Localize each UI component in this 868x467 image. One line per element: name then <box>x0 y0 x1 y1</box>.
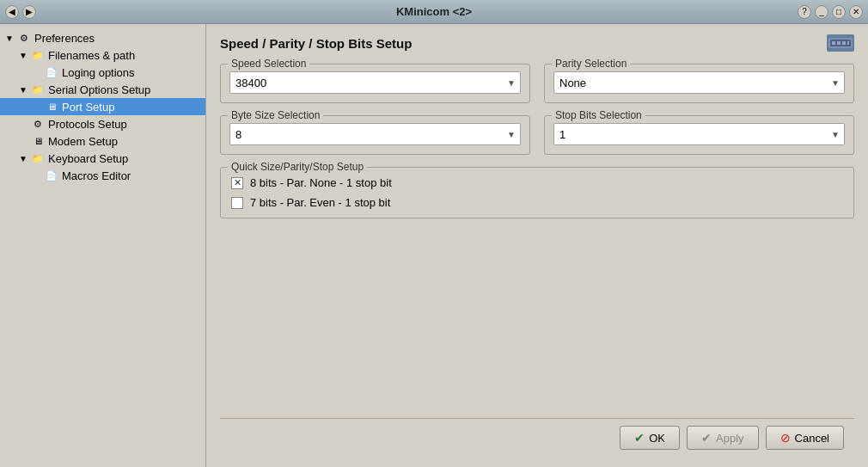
parity-select[interactable]: None <box>553 71 845 94</box>
titlebar-restore-btn[interactable]: □ <box>832 5 846 19</box>
ok-label: OK <box>649 432 665 445</box>
bytesize-select-wrapper: 8 ▼ <box>229 123 521 145</box>
expand-icon: ▼ <box>3 32 15 44</box>
speed-select[interactable]: 38400 <box>229 71 521 94</box>
main-container: ▼ ⚙ Preferences ▼ 📁 Filenames & path ▶ 📄… <box>0 24 868 467</box>
bytesize-label: Byte Size Selection <box>228 109 323 121</box>
sidebar-item-preferences[interactable]: ▼ ⚙ Preferences <box>0 29 205 46</box>
cancel-label: Cancel <box>795 432 829 445</box>
svg-rect-4 <box>842 41 846 45</box>
bytesize-select[interactable]: 8 <box>229 123 521 145</box>
expand-icon-serial: ▼ <box>17 83 29 95</box>
quick1-checkbox[interactable]: ✕ <box>231 177 243 189</box>
sidebar-item-label: Protocols Setup <box>48 118 127 131</box>
quick-option-1: ✕ 8 bits - Par. None - 1 stop bit <box>231 176 843 189</box>
svg-rect-2 <box>832 41 835 45</box>
bytesize-selection-group: Byte Size Selection 8 ▼ <box>220 115 530 155</box>
speed-select-wrapper: 38400 ▼ <box>229 71 521 94</box>
titlebar-forward-btn[interactable]: ▶ <box>22 5 36 19</box>
doc-icon: 📄 <box>45 65 58 79</box>
parity-selection-group: Parity Selection None ▼ <box>544 64 854 103</box>
speed-selection-group: Speed Selection 38400 ▼ <box>220 64 530 103</box>
ok-button[interactable]: ✔ OK <box>620 426 680 450</box>
apply-icon: ✔ <box>701 431 712 445</box>
folder-keyboard-icon: 📁 <box>31 151 45 165</box>
sidebar-item-label: Serial Options Setup <box>48 83 150 96</box>
sidebar-item-label: Preferences <box>34 32 95 45</box>
svg-rect-5 <box>847 41 849 45</box>
window-title: KMinicom <2> <box>396 5 472 18</box>
titlebar-left: ◀ ▶ <box>5 5 36 19</box>
ok-icon: ✔ <box>634 431 645 445</box>
parity-label: Parity Selection <box>552 58 630 70</box>
stopbits-select-wrapper: 1 ▼ <box>553 123 845 145</box>
sidebar-item-filenames[interactable]: ▼ 📁 Filenames & path <box>0 46 205 64</box>
content-area: Speed / Parity / Stop Bits Setup <box>206 24 868 467</box>
content-scroll: Speed / Parity / Stop Bits Setup <box>220 34 854 418</box>
sidebar-item-label: Macros Editor <box>62 169 131 182</box>
parity-select-wrapper: None ▼ <box>553 71 845 94</box>
titlebar-back-btn[interactable]: ◀ <box>5 5 19 19</box>
sidebar: ▼ ⚙ Preferences ▼ 📁 Filenames & path ▶ 📄… <box>0 24 206 467</box>
page-title: Speed / Parity / Stop Bits Setup <box>220 36 412 51</box>
sidebar-item-serial[interactable]: ▼ 📁 Serial Options Setup <box>0 81 205 98</box>
stopbits-select[interactable]: 1 <box>553 123 845 145</box>
stopbits-selection-group: Stop Bits Selection 1 ▼ <box>544 115 854 155</box>
stopbits-label: Stop Bits Selection <box>552 109 645 121</box>
sidebar-item-protocols[interactable]: ▶ ⚙ Protocols Setup <box>0 115 205 132</box>
folder-icon: 📁 <box>31 48 45 62</box>
expand-icon-filenames: ▼ <box>17 49 29 61</box>
folder-serial-icon: 📁 <box>31 83 45 96</box>
apply-button[interactable]: ✔ Apply <box>687 426 759 450</box>
content-header: Speed / Parity / Stop Bits Setup <box>220 34 854 52</box>
monitor-icon: 🖥 <box>45 100 58 114</box>
sidebar-item-label: Modem Setup <box>48 135 118 148</box>
sidebar-item-label: Keyboard Setup <box>48 152 128 165</box>
serial-icon <box>827 34 854 52</box>
cancel-icon: ⊘ <box>780 431 791 445</box>
doc2-icon: 📄 <box>45 169 58 182</box>
titlebar-close-btn[interactable]: ✕ <box>849 5 863 19</box>
sidebar-item-label: Loging options <box>62 66 135 79</box>
sidebar-item-macros[interactable]: ▶ 📄 Macros Editor <box>0 167 205 184</box>
sidebar-item-label: Filenames & path <box>48 49 135 62</box>
form-row-byte-stop: Byte Size Selection 8 ▼ Stop Bits Select… <box>220 115 854 155</box>
cancel-button[interactable]: ⊘ Cancel <box>766 426 844 450</box>
sidebar-item-portsetup[interactable]: ▶ 🖥 Port Setup <box>0 98 205 115</box>
sidebar-item-label: Port Setup <box>62 101 114 114</box>
full-layout: Speed / Parity / Stop Bits Setup <box>220 34 854 457</box>
sidebar-item-modem[interactable]: ▶ 🖥 Modem Setup <box>0 132 205 150</box>
quick1-label: 8 bits - Par. None - 1 stop bit <box>250 176 392 189</box>
titlebar-help-btn[interactable]: ? <box>798 5 811 19</box>
button-bar: ✔ OK ✔ Apply ⊘ Cancel <box>220 418 854 457</box>
sidebar-item-keyboard[interactable]: ▼ 📁 Keyboard Setup <box>0 150 205 167</box>
titlebar-right: ? _ □ ✕ <box>798 5 863 19</box>
quick-setup-label: Quick Size/Parity/Stop Setup <box>228 161 367 173</box>
quick2-label: 7 bits - Par. Even - 1 stop bit <box>250 196 390 209</box>
quick-option-2: 7 bits - Par. Even - 1 stop bit <box>231 196 843 209</box>
titlebar: ◀ ▶ KMinicom <2> ? _ □ ✕ <box>0 0 868 24</box>
svg-rect-3 <box>837 41 840 45</box>
gear2-icon: ⚙ <box>31 117 45 131</box>
quick2-checkbox[interactable] <box>231 197 243 209</box>
expand-icon-keyboard: ▼ <box>17 152 29 164</box>
quick-setup-section: Quick Size/Parity/Stop Setup ✕ 8 bits - … <box>220 167 854 218</box>
preferences-icon: ⚙ <box>17 31 31 45</box>
titlebar-minimize-btn[interactable]: _ <box>815 5 828 19</box>
apply-label: Apply <box>716 432 744 445</box>
sidebar-item-logging[interactable]: ▶ 📄 Loging options <box>0 64 205 81</box>
form-row-speed-parity: Speed Selection 38400 ▼ Parity Selection <box>220 64 854 103</box>
monitor2-icon: 🖥 <box>31 134 45 148</box>
speed-label: Speed Selection <box>228 58 309 70</box>
